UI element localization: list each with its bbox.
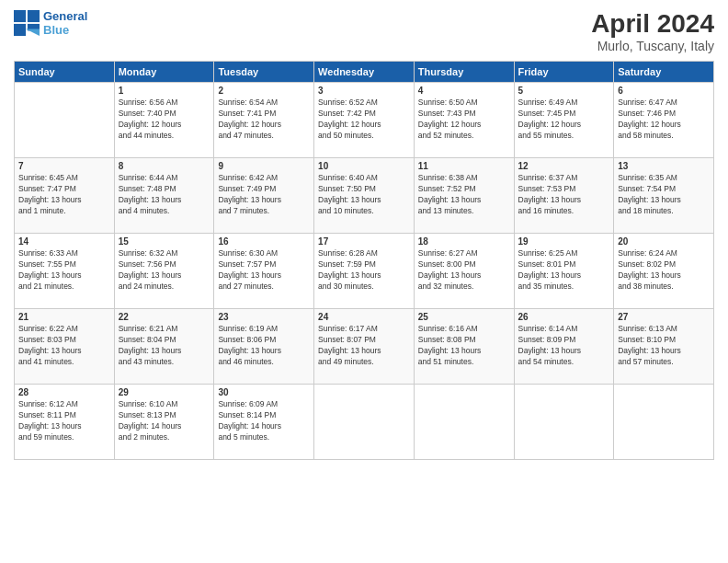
calendar-cell: 12Sunrise: 6:37 AM Sunset: 7:53 PM Dayli… bbox=[514, 158, 614, 234]
calendar-cell: 24Sunrise: 6:17 AM Sunset: 8:07 PM Dayli… bbox=[314, 309, 415, 385]
calendar-cell: 17Sunrise: 6:28 AM Sunset: 7:59 PM Dayli… bbox=[314, 234, 415, 309]
day-info: Sunrise: 6:13 AM Sunset: 8:10 PM Dayligh… bbox=[618, 324, 710, 368]
logo: General Blue bbox=[14, 9, 87, 37]
calendar-cell: 18Sunrise: 6:27 AM Sunset: 8:00 PM Dayli… bbox=[414, 234, 514, 309]
day-number: 11 bbox=[418, 161, 510, 171]
day-info: Sunrise: 6:17 AM Sunset: 8:07 PM Dayligh… bbox=[318, 324, 410, 368]
day-info: Sunrise: 6:24 AM Sunset: 8:02 PM Dayligh… bbox=[618, 248, 710, 293]
svg-rect-0 bbox=[14, 10, 26, 22]
day-number: 21 bbox=[18, 312, 110, 322]
calendar-cell: 14Sunrise: 6:33 AM Sunset: 7:55 PM Dayli… bbox=[15, 234, 115, 309]
day-info: Sunrise: 6:38 AM Sunset: 7:52 PM Dayligh… bbox=[418, 173, 510, 217]
day-info: Sunrise: 6:14 AM Sunset: 8:09 PM Dayligh… bbox=[518, 324, 610, 368]
day-info: Sunrise: 6:47 AM Sunset: 7:46 PM Dayligh… bbox=[618, 98, 710, 142]
title-block: April 2024 Murlo, Tuscany, Italy bbox=[591, 9, 714, 53]
day-number: 25 bbox=[418, 312, 510, 322]
calendar-cell: 30Sunrise: 6:09 AM Sunset: 8:14 PM Dayli… bbox=[214, 385, 314, 460]
day-info: Sunrise: 6:40 AM Sunset: 7:50 PM Dayligh… bbox=[318, 173, 410, 217]
day-number: 19 bbox=[518, 236, 610, 247]
calendar-cell bbox=[414, 385, 514, 460]
calendar-cell: 25Sunrise: 6:16 AM Sunset: 8:08 PM Dayli… bbox=[414, 309, 514, 385]
day-info: Sunrise: 6:30 AM Sunset: 7:57 PM Dayligh… bbox=[218, 248, 310, 293]
day-info: Sunrise: 6:10 AM Sunset: 8:13 PM Dayligh… bbox=[119, 399, 210, 443]
calendar-cell bbox=[314, 385, 415, 460]
calendar-week-row: 14Sunrise: 6:33 AM Sunset: 7:55 PM Dayli… bbox=[15, 234, 714, 309]
calendar-cell: 6Sunrise: 6:47 AM Sunset: 7:46 PM Daylig… bbox=[614, 83, 714, 158]
day-info: Sunrise: 6:19 AM Sunset: 8:06 PM Dayligh… bbox=[218, 324, 310, 368]
day-number: 15 bbox=[119, 236, 210, 247]
weekday-header: Monday bbox=[114, 62, 214, 83]
day-number: 5 bbox=[518, 86, 610, 96]
calendar-week-row: 21Sunrise: 6:22 AM Sunset: 8:03 PM Dayli… bbox=[15, 309, 714, 385]
calendar-cell: 2Sunrise: 6:54 AM Sunset: 7:41 PM Daylig… bbox=[214, 83, 314, 158]
day-number: 1 bbox=[119, 86, 210, 96]
day-info: Sunrise: 6:42 AM Sunset: 7:49 PM Dayligh… bbox=[218, 173, 310, 217]
svg-rect-2 bbox=[14, 24, 26, 36]
day-number: 17 bbox=[318, 236, 410, 247]
day-number: 20 bbox=[618, 236, 710, 247]
day-info: Sunrise: 6:35 AM Sunset: 7:54 PM Dayligh… bbox=[618, 173, 710, 217]
day-number: 18 bbox=[418, 236, 510, 247]
day-number: 28 bbox=[18, 387, 110, 397]
calendar-cell: 13Sunrise: 6:35 AM Sunset: 7:54 PM Dayli… bbox=[614, 158, 714, 234]
day-info: Sunrise: 6:22 AM Sunset: 8:03 PM Dayligh… bbox=[18, 324, 110, 368]
day-info: Sunrise: 6:44 AM Sunset: 7:48 PM Dayligh… bbox=[119, 173, 210, 217]
calendar-cell: 20Sunrise: 6:24 AM Sunset: 8:02 PM Dayli… bbox=[614, 234, 714, 309]
day-number: 27 bbox=[618, 312, 710, 322]
calendar-cell: 16Sunrise: 6:30 AM Sunset: 7:57 PM Dayli… bbox=[214, 234, 314, 309]
day-info: Sunrise: 6:45 AM Sunset: 7:47 PM Dayligh… bbox=[18, 173, 110, 217]
day-number: 2 bbox=[218, 86, 310, 96]
page-title: April 2024 bbox=[591, 9, 714, 39]
calendar-week-row: 28Sunrise: 6:12 AM Sunset: 8:11 PM Dayli… bbox=[15, 385, 714, 460]
day-info: Sunrise: 6:56 AM Sunset: 7:40 PM Dayligh… bbox=[119, 98, 210, 142]
calendar-cell bbox=[614, 385, 714, 460]
day-number: 30 bbox=[218, 387, 310, 397]
logo-icon bbox=[14, 10, 40, 36]
calendar-cell: 10Sunrise: 6:40 AM Sunset: 7:50 PM Dayli… bbox=[314, 158, 415, 234]
day-number: 26 bbox=[518, 312, 610, 322]
day-info: Sunrise: 6:52 AM Sunset: 7:42 PM Dayligh… bbox=[318, 98, 410, 142]
weekday-header: Saturday bbox=[614, 62, 714, 83]
day-number: 24 bbox=[318, 312, 410, 322]
day-number: 29 bbox=[119, 387, 210, 397]
day-info: Sunrise: 6:49 AM Sunset: 7:45 PM Dayligh… bbox=[518, 98, 610, 142]
weekday-header: Sunday bbox=[15, 62, 115, 83]
day-number: 16 bbox=[218, 236, 310, 247]
day-info: Sunrise: 6:25 AM Sunset: 8:01 PM Dayligh… bbox=[518, 248, 610, 293]
calendar-cell: 11Sunrise: 6:38 AM Sunset: 7:52 PM Dayli… bbox=[414, 158, 514, 234]
calendar-cell: 27Sunrise: 6:13 AM Sunset: 8:10 PM Dayli… bbox=[614, 309, 714, 385]
day-number: 23 bbox=[218, 312, 310, 322]
calendar-cell: 19Sunrise: 6:25 AM Sunset: 8:01 PM Dayli… bbox=[514, 234, 614, 309]
page-subtitle: Murlo, Tuscany, Italy bbox=[591, 39, 714, 53]
header: General Blue April 2024 Murlo, Tuscany, … bbox=[14, 9, 714, 53]
weekday-header: Wednesday bbox=[314, 62, 415, 83]
calendar-cell: 23Sunrise: 6:19 AM Sunset: 8:06 PM Dayli… bbox=[214, 309, 314, 385]
calendar-cell: 4Sunrise: 6:50 AM Sunset: 7:43 PM Daylig… bbox=[414, 83, 514, 158]
calendar-cell: 29Sunrise: 6:10 AM Sunset: 8:13 PM Dayli… bbox=[114, 385, 214, 460]
day-info: Sunrise: 6:27 AM Sunset: 8:00 PM Dayligh… bbox=[418, 248, 510, 293]
calendar-cell: 1Sunrise: 6:56 AM Sunset: 7:40 PM Daylig… bbox=[114, 83, 214, 158]
calendar-cell: 5Sunrise: 6:49 AM Sunset: 7:45 PM Daylig… bbox=[514, 83, 614, 158]
calendar-cell: 28Sunrise: 6:12 AM Sunset: 8:11 PM Dayli… bbox=[15, 385, 115, 460]
svg-rect-1 bbox=[28, 10, 40, 22]
page-container: General Blue April 2024 Murlo, Tuscany, … bbox=[0, 0, 728, 469]
weekday-header: Thursday bbox=[414, 62, 514, 83]
calendar-cell: 7Sunrise: 6:45 AM Sunset: 7:47 PM Daylig… bbox=[15, 158, 115, 234]
weekday-header: Friday bbox=[514, 62, 614, 83]
calendar-cell: 9Sunrise: 6:42 AM Sunset: 7:49 PM Daylig… bbox=[214, 158, 314, 234]
calendar-cell bbox=[514, 385, 614, 460]
day-info: Sunrise: 6:16 AM Sunset: 8:08 PM Dayligh… bbox=[418, 324, 510, 368]
day-number: 6 bbox=[618, 86, 710, 96]
calendar-cell: 8Sunrise: 6:44 AM Sunset: 7:48 PM Daylig… bbox=[114, 158, 214, 234]
calendar-week-row: 7Sunrise: 6:45 AM Sunset: 7:47 PM Daylig… bbox=[15, 158, 714, 234]
day-number: 14 bbox=[18, 236, 110, 247]
calendar-week-row: 1Sunrise: 6:56 AM Sunset: 7:40 PM Daylig… bbox=[15, 83, 714, 158]
calendar-table: SundayMondayTuesdayWednesdayThursdayFrid… bbox=[14, 61, 714, 460]
day-number: 22 bbox=[119, 312, 210, 322]
day-info: Sunrise: 6:54 AM Sunset: 7:41 PM Dayligh… bbox=[218, 98, 310, 142]
day-number: 10 bbox=[318, 161, 410, 171]
calendar-cell bbox=[15, 83, 115, 158]
logo-text: General Blue bbox=[43, 9, 87, 37]
weekday-header-row: SundayMondayTuesdayWednesdayThursdayFrid… bbox=[15, 62, 714, 83]
day-number: 8 bbox=[119, 161, 210, 171]
